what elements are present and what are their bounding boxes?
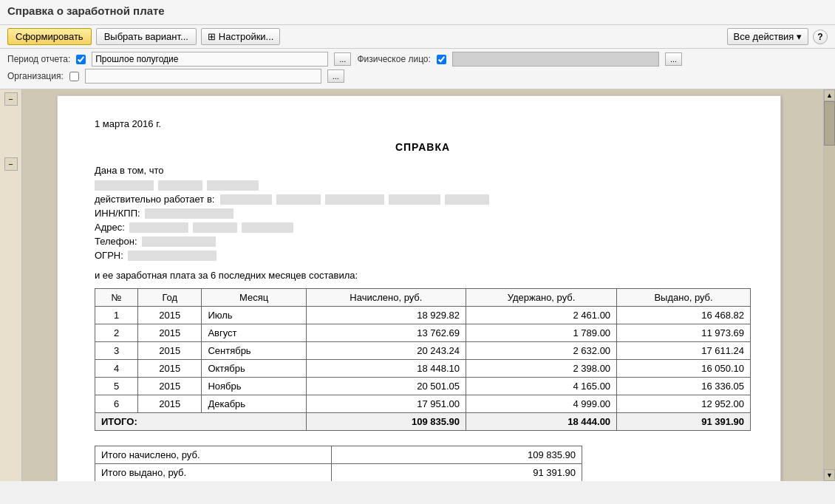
col-header-month: Месяц [202, 289, 306, 307]
inn-row: ИНН/КПП: [95, 208, 751, 219]
col-header-num: № [95, 289, 138, 307]
period-input[interactable]: Прошлое полугодие [92, 52, 328, 67]
list-item: Итого начислено, руб.109 835.90 [95, 446, 582, 464]
all-actions-button[interactable]: Все действия ▾ [727, 28, 808, 45]
settings-button[interactable]: ⊞ Настройки... [201, 28, 281, 45]
works-at-row: действительно работает в: [95, 194, 751, 205]
org-dots-button[interactable]: ... [327, 69, 344, 83]
left-collapse-button[interactable]: − [4, 92, 18, 106]
name-row [95, 180, 751, 191]
title-bar: Справка о заработной плате [0, 0, 835, 25]
person-dots-button[interactable]: ... [665, 52, 682, 66]
main-area: − − 1 марта 2016 г. СПРАВКА Дана в том, … [0, 89, 835, 481]
works-at-label: действительно работает в: [95, 194, 214, 205]
table-row: 62015Декабрь17 951.004 999.0012 952.00 [95, 395, 751, 413]
address-row: Адрес: [95, 222, 751, 233]
help-button[interactable]: ? [813, 30, 828, 44]
table-row: 42015Октябрь18 448.102 398.0016 050.10 [95, 360, 751, 378]
summary-table: Итого начислено, руб.109 835.90Итого выд… [95, 446, 582, 481]
table-row: 22015Август13 762.691 789.0011 973.69 [95, 324, 751, 342]
toolbar-right: Все действия ▾ ? [727, 28, 828, 45]
ogrn-row: ОГРН: [95, 250, 751, 261]
table-row: 52015Ноябрь20 501.054 165.0016 336.05 [95, 378, 751, 395]
period-label: Период отчета: [7, 54, 70, 64]
org-checkbox[interactable] [69, 72, 79, 81]
filter-row-org: Организация: ... [7, 69, 828, 84]
ogrn-label: ОГРН: [95, 250, 123, 261]
scroll-track[interactable] [824, 101, 835, 469]
org-input[interactable] [85, 69, 321, 84]
col-header-accrued: Начислено, руб. [306, 289, 466, 307]
list-item: Итого выдано, руб.91 391.90 [95, 464, 582, 482]
period-dots-button[interactable]: ... [334, 52, 351, 66]
document-area: 1 марта 2016 г. СПРАВКА Дана в том, что … [22, 89, 823, 481]
person-checkbox[interactable] [437, 55, 446, 64]
inn-label: ИНН/КПП: [95, 208, 140, 219]
settings-icon: ⊞ [208, 31, 216, 42]
document-paper: 1 марта 2016 г. СПРАВКА Дана в том, что … [57, 95, 781, 481]
form-button[interactable]: Сформировать [7, 28, 92, 45]
total-row: ИТОГО:109 835.9018 444.0091 391.90 [95, 413, 751, 431]
salary-table: № Год Месяц Начислено, руб. Удержано, ру… [95, 288, 751, 431]
dropdown-icon: ▾ [797, 31, 802, 42]
phone-row: Телефон: [95, 236, 751, 247]
document-scroll: 1 марта 2016 г. СПРАВКА Дана в том, что … [22, 89, 823, 481]
filters-panel: Период отчета: Прошлое полугодие ... Физ… [0, 49, 835, 89]
page-title: Справка о заработной плате [7, 4, 828, 17]
salary-text: и ее заработная плата за 6 последних мес… [95, 270, 751, 281]
filter-row-period: Период отчета: Прошлое полугодие ... Физ… [7, 52, 828, 67]
scroll-up-button[interactable]: ▲ [824, 89, 835, 101]
document-title: СПРАВКА [95, 141, 751, 153]
col-header-withheld: Удержано, руб. [466, 289, 617, 307]
person-input[interactable] [452, 52, 659, 67]
table-row: 32015Сентябрь20 243.242 632.0017 611.24 [95, 342, 751, 360]
col-header-year: Год [138, 289, 202, 307]
scroll-down-button[interactable]: ▼ [824, 469, 835, 481]
scroll-thumb[interactable] [824, 101, 835, 146]
document-date: 1 марта 2016 г. [95, 118, 751, 129]
org-label: Организация: [7, 71, 64, 81]
col-header-paid: Выдано, руб. [617, 289, 751, 307]
given-text: Дана в том, что [95, 165, 751, 176]
variant-button[interactable]: Выбрать вариант... [96, 28, 197, 45]
scrollbar: ▲ ▼ [823, 89, 835, 481]
person-label: Физическое лицо: [357, 54, 430, 64]
left-collapse-button-2[interactable]: − [4, 157, 18, 171]
address-label: Адрес: [95, 222, 125, 233]
period-checkbox[interactable] [76, 55, 86, 64]
table-row: 12015Июль18 929.822 461.0016 468.82 [95, 307, 751, 324]
document-info: Дана в том, что действительно работает в… [95, 165, 751, 261]
phone-label: Телефон: [95, 236, 137, 247]
left-panel: − − [0, 89, 22, 481]
toolbar: Сформировать Выбрать вариант... ⊞ Настро… [0, 25, 835, 49]
